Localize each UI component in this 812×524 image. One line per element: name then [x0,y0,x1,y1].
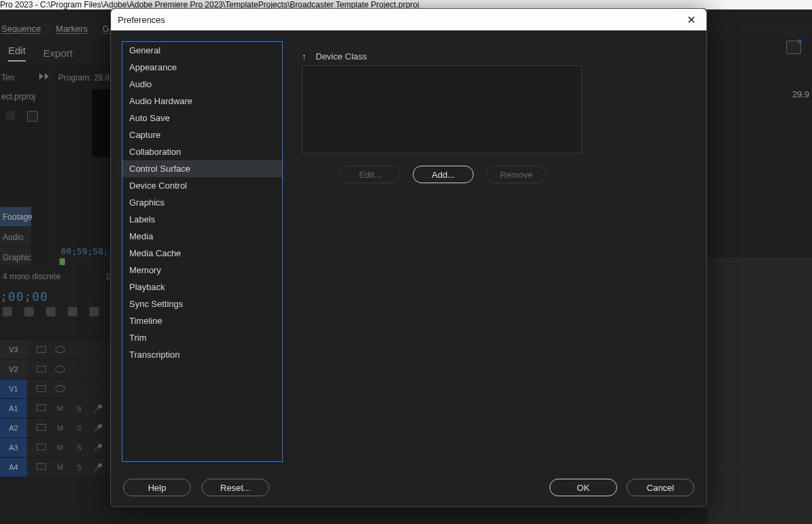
sync-lock-icon[interactable] [37,444,46,450]
preferences-dialog: Preferences ✕ GeneralAppearanceAudioAudi… [110,8,707,507]
ok-button[interactable]: OK [549,479,617,496]
voiceover-icon[interactable]: 🎤 [93,424,103,433]
search-icon[interactable] [27,111,38,122]
sequence-right-label: 29.9 [792,89,809,99]
sort-arrow-up-icon[interactable]: ↑ [302,51,307,62]
track-target-a1[interactable]: A1 [0,399,27,418]
reset-button[interactable]: Reset... [202,479,269,496]
prefs-category-transcription[interactable]: Transcription [122,346,282,363]
workspaces-icon[interactable] [786,41,801,54]
sync-lock-icon[interactable] [37,366,46,373]
prefs-category-audio-hardware[interactable]: Audio Hardware [122,93,282,110]
workspace-tabs: Edit Export [0,41,72,65]
solo-button[interactable]: S [74,424,84,433]
voiceover-icon[interactable]: 🎤 [93,463,103,472]
eye-icon[interactable] [55,385,65,392]
track-target-v3[interactable]: V3 [0,340,27,359]
prefs-category-capture[interactable]: Capture [122,126,282,143]
menu-markers[interactable]: Markers [56,24,88,34]
sequence-tab-left[interactable]: 4 mono discrete [3,272,60,281]
prefs-category-timeline[interactable]: Timeline [122,312,282,329]
prefs-category-trim[interactable]: Trim [122,329,282,346]
linked-icon[interactable] [24,307,34,316]
chevron-right-icon[interactable] [39,73,43,80]
preferences-content-pane: ↑ Device Class Edit... Add... Remove [298,41,696,466]
solo-button[interactable]: S [74,404,84,413]
track-target-v2[interactable]: V2 [0,360,27,379]
sequence-tab-left-num: 2 [106,272,110,281]
filter-icon[interactable] [5,111,15,120]
tab-export[interactable]: Export [43,47,72,59]
mute-button[interactable]: M [55,404,65,413]
prefs-category-appearance[interactable]: Appearance [122,59,282,76]
sync-lock-icon[interactable] [37,463,46,470]
close-icon[interactable]: ✕ [683,12,700,28]
track-target-a4[interactable]: A4 [0,458,27,477]
eye-icon[interactable] [55,346,65,353]
track-controls: MS🎤 [27,404,103,413]
prefs-category-control-surface[interactable]: Control Surface [122,160,282,177]
voiceover-icon[interactable]: 🎤 [93,404,103,413]
device-class-label: Device Class [316,51,367,62]
prefs-category-general[interactable]: General [122,42,282,59]
track-body[interactable] [706,375,812,525]
solo-button[interactable]: S [74,463,84,472]
solo-button[interactable]: S [74,444,84,452]
sync-lock-icon[interactable] [37,424,46,431]
prefs-category-device-control[interactable]: Device Control [122,177,282,194]
track-controls: MS🎤 [27,444,103,452]
prefs-category-graphics[interactable]: Graphics [122,194,282,211]
menu-sequence[interactable]: Sequence [1,24,41,34]
add-button[interactable]: Add... [413,166,474,183]
mute-button[interactable]: M [55,444,65,452]
track-target-v1[interactable]: V1 [0,379,27,398]
preferences-category-list[interactable]: GeneralAppearanceAudioAudio HardwareAuto… [122,41,283,462]
panel-tab-label[interactable]: Ten [1,73,14,82]
prefs-category-audio[interactable]: Audio [122,76,282,93]
device-buttons-row: Edit... Add... Remove [298,166,589,183]
dialog-title: Preferences [118,15,165,25]
sync-lock-icon[interactable] [37,385,46,392]
chevron-right-icon[interactable] [45,73,49,80]
track-controls: MS🎤 [27,463,103,472]
prefs-category-sync-settings[interactable]: Sync Settings [122,295,282,312]
track-controls [27,346,65,353]
mute-button[interactable]: M [55,463,65,472]
prefs-category-auto-save[interactable]: Auto Save [122,110,282,126]
remove-button: Remove [486,166,547,183]
help-button[interactable]: Help [123,479,191,496]
program-timecode[interactable]: 00;59;58; [61,246,108,256]
device-class-list[interactable] [302,66,582,153]
dialog-footer: Help Reset... OK Cancel [111,473,706,506]
prefs-category-memory[interactable]: Memory [122,262,282,279]
prefs-category-media[interactable]: Media [122,228,282,245]
prefs-category-playback[interactable]: Playback [122,279,282,295]
mute-button[interactable]: M [55,424,65,433]
program-label: Program: 29.9 [58,73,110,82]
cancel-button[interactable]: Cancel [627,479,694,496]
track-target-a2[interactable]: A2 [0,419,27,437]
sync-lock-icon[interactable] [37,346,46,353]
track-target-a3[interactable]: A3 [0,438,27,457]
sync-lock-icon[interactable] [37,404,46,411]
track-controls [27,366,65,373]
bin-item[interactable]: Footage [0,207,31,227]
marker-icon[interactable] [46,307,55,316]
dialog-titlebar: Preferences ✕ [111,9,706,30]
timeline-tool-row [0,307,99,320]
prefs-category-media-cache[interactable]: Media Cache [122,245,282,262]
bin-item[interactable]: Audio [0,227,31,247]
eye-icon[interactable] [55,366,65,373]
prefs-category-labels[interactable]: Labels [122,211,282,228]
settings-icon[interactable] [89,307,99,316]
wrench-icon[interactable] [68,307,77,316]
prefs-category-collaboration[interactable]: Collaboration [122,143,282,160]
edit-button: Edit... [340,166,401,183]
project-file-label: ect.prproj [1,92,35,101]
timeline-timecode[interactable]: ;00;00 [0,289,48,304]
snap-icon[interactable] [3,307,12,316]
voiceover-icon[interactable]: 🎤 [93,444,103,452]
track-controls [27,385,65,392]
device-class-header[interactable]: ↑ Device Class [302,48,696,64]
tab-edit[interactable]: Edit [8,45,26,62]
